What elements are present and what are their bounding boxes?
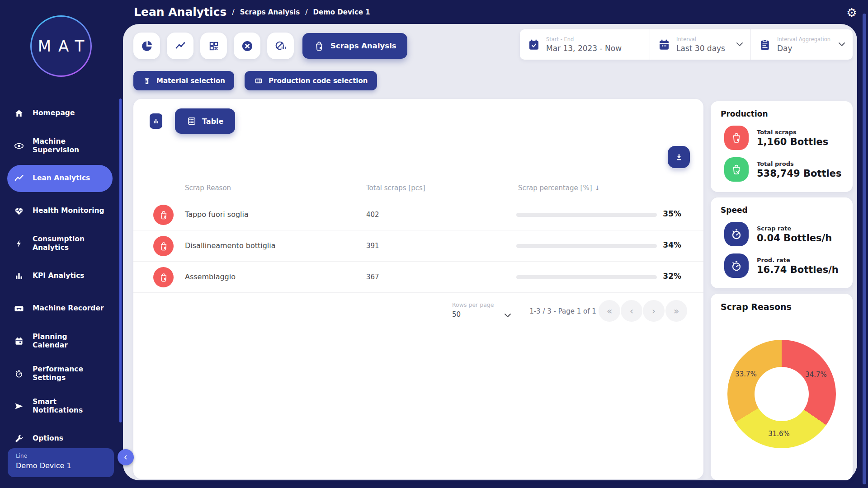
breadcrumb-scraps-analysis: Scraps Analysis: [240, 8, 300, 16]
production-code-selection-button[interactable]: Production code selection: [245, 71, 377, 90]
lightning-icon: [14, 238, 24, 249]
stat-label: Prod. rate: [757, 257, 839, 263]
mat-logo: MAT: [30, 15, 92, 77]
device-selector[interactable]: Line Demo Device 1: [8, 448, 114, 477]
speed-card: Speed Scrap rate 0.04 Bottles/h Prod. ra…: [711, 197, 853, 288]
chevron-down-icon: [838, 42, 845, 47]
app-root: MAT Homepage Machine Supervision Lean An…: [0, 0, 868, 488]
sidebar: MAT Homepage Machine Supervision Lean An…: [0, 0, 127, 488]
x-circle-icon: [241, 40, 254, 52]
table-header-row: Scrap Reason Total scraps [pcs] Scrap pe…: [133, 183, 703, 199]
aggregation-value: Day: [777, 44, 830, 53]
tab-qr-code[interactable]: [200, 33, 227, 59]
trend-line-icon: [175, 40, 186, 52]
breadcrumb-demo-device: Demo Device 1: [313, 8, 370, 16]
scrap-reason-cell: Assemblaggio: [185, 272, 236, 281]
column-total-scraps[interactable]: Total scraps [pcs]: [366, 184, 425, 192]
tab-trend[interactable]: [167, 33, 193, 59]
sidebar-item-machine-supervision[interactable]: Machine Supervision: [7, 130, 113, 162]
table-row: Assemblaggio 367 32%: [133, 262, 703, 293]
column-scrap-percentage[interactable]: Scrap percentage [%]↓: [518, 184, 600, 192]
speed-title: Speed: [721, 206, 843, 215]
material-selection-button[interactable]: Material selection: [133, 71, 234, 90]
pie-chart-icon: [141, 40, 153, 52]
sidebar-item-smart-notifications[interactable]: Smart Notifications: [7, 390, 113, 422]
sidebar-scrollbar[interactable]: [119, 99, 122, 422]
sidebar-collapse-button[interactable]: [118, 449, 134, 465]
column-scrap-reason[interactable]: Scrap Reason: [185, 184, 231, 192]
bag-x-icon: [153, 267, 174, 287]
page-scrollbar[interactable]: [863, 14, 866, 484]
production-code-selection-label: Production code selection: [269, 77, 368, 85]
bag-x-icon: [724, 126, 749, 150]
tab-pie-chart[interactable]: [133, 33, 160, 59]
sidebar-item-kpi-analytics[interactable]: KPI Analytics: [7, 260, 113, 292]
tab-no-data[interactable]: [267, 33, 294, 59]
filter-buttons: Material selection Production code selec…: [133, 71, 377, 90]
sidebar-item-lean-analytics[interactable]: Lean Analytics: [7, 165, 113, 192]
production-card: Production Total scraps 1,160 Bottles To…: [711, 101, 853, 192]
scrap-reasons-title: Scrap Reasons: [721, 302, 843, 312]
donut-label-red: 34.7%: [805, 371, 827, 379]
date-range-label: Start - End: [546, 36, 622, 42]
first-page-button[interactable]: «: [599, 300, 620, 322]
stat-value: 0.04 Bottles/h: [757, 233, 832, 244]
bar-chart-icon: [14, 271, 24, 282]
last-page-button[interactable]: »: [665, 300, 687, 322]
stat-label: Scrap rate: [757, 225, 832, 232]
date-range-field[interactable]: Start - End Mar 13, 2023 - Now: [520, 29, 650, 60]
donut-label-yellow: 31.6%: [768, 430, 790, 438]
stopwatch-icon: [724, 222, 749, 246]
stat-value: 1,160 Bottles: [757, 136, 828, 147]
prod-rate-stat: Prod. rate 16.74 Bottles/h: [724, 253, 843, 278]
sidebar-item-performance-settings[interactable]: Performance Settings: [7, 357, 113, 390]
heart-pulse-icon: [14, 206, 24, 216]
interval-select[interactable]: Interval Last 30 days: [650, 29, 750, 60]
sidebar-item-planning-calendar[interactable]: Planning Calendar: [7, 325, 113, 357]
total-prods-stat: Total prods 538,749 Bottles: [724, 157, 843, 182]
percentage-bar: [516, 244, 657, 248]
percentage-cell: 34%: [651, 240, 681, 249]
stat-label: Total prods: [757, 160, 841, 167]
tab-scraps-analysis[interactable]: Scraps Analysis: [302, 33, 407, 59]
chart-view-toggle[interactable]: [150, 113, 162, 129]
calendar-days-icon: [657, 38, 671, 52]
download-button[interactable]: [668, 146, 690, 168]
scrap-rate-stat: Scrap rate 0.04 Bottles/h: [724, 222, 843, 246]
pagination-status: 1-3 / 3 - Page 1 of 1: [522, 307, 604, 315]
percentage-bar: [516, 275, 657, 279]
scrap-reasons-chart: 34.7% 31.6% 33.7%: [727, 340, 836, 448]
content-panel: Scraps Analysis Start - End Mar 13, 2023…: [123, 24, 857, 480]
trend-icon: [14, 173, 24, 184]
previous-page-button[interactable]: ‹: [621, 300, 642, 322]
tab-errors[interactable]: [234, 33, 260, 59]
chevron-left-icon: [122, 454, 129, 461]
percentage-cell: 35%: [651, 209, 681, 218]
sidebar-item-consumption-analytics[interactable]: Consumption Analytics: [7, 227, 113, 260]
scraps-table-card: Table Scrap Reason Total scraps [pcs] Sc…: [133, 99, 703, 479]
interval-value: Last 30 days: [676, 44, 725, 53]
bag-x-icon: [153, 236, 174, 256]
aggregation-select[interactable]: Interval Aggregation Day: [750, 29, 853, 60]
total-scraps-cell: 367: [366, 273, 379, 281]
sidebar-item-homepage[interactable]: Homepage: [7, 97, 113, 130]
settings-gear-icon[interactable]: ⚙: [844, 5, 860, 21]
stopwatch-icon: [724, 253, 749, 278]
breadcrumb-separator: /: [232, 8, 234, 16]
chevron-down-icon[interactable]: [504, 313, 511, 318]
next-page-button[interactable]: ›: [643, 300, 665, 322]
device-selector-label: Line: [16, 453, 106, 459]
sidebar-item-machine-recorder[interactable]: Machine Recorder: [7, 292, 113, 325]
total-scraps-stat: Total scraps 1,160 Bottles: [724, 126, 843, 150]
table-view-button[interactable]: Table: [175, 108, 235, 134]
mini-bar-chart-icon: [152, 117, 160, 125]
material-selection-label: Material selection: [156, 77, 225, 85]
table-row: Disallineamento bottiglia 391 34%: [133, 230, 703, 262]
logo-text: MAT: [38, 37, 92, 55]
sidebar-item-health-monitoring[interactable]: Health Monitoring: [7, 195, 113, 227]
no-data-icon: [274, 40, 287, 52]
sort-desc-icon: ↓: [595, 184, 600, 192]
calendar-icon: [14, 336, 24, 347]
percentage-cell: 32%: [651, 272, 681, 281]
eye-icon: [14, 141, 24, 151]
